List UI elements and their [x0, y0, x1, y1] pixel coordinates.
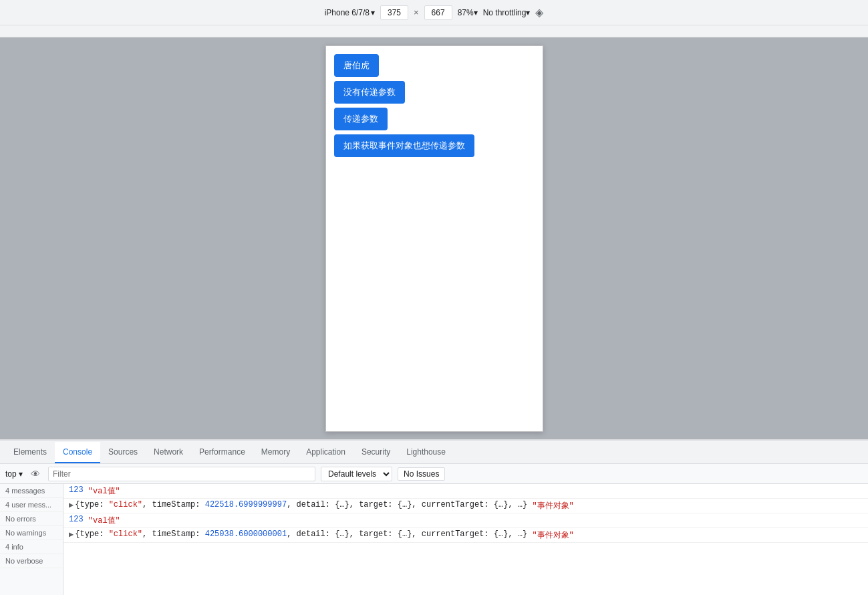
- tab-performance[interactable]: Performance: [191, 442, 253, 463]
- device-name-label: iPhone 6/7/8: [325, 8, 370, 17]
- tab-lighthouse[interactable]: Lighthouse: [398, 442, 454, 463]
- context-selector[interactable]: top ▾: [5, 469, 23, 479]
- stat-row: 4 info: [0, 540, 63, 554]
- console-output: 123 "val值"▶{type: "click", timeStamp: 42…: [63, 484, 868, 595]
- console-string: "val值": [88, 485, 120, 497]
- eye-button[interactable]: 👁: [28, 467, 43, 481]
- stat-row: 4 user mess...: [0, 498, 63, 512]
- phone-frame: 唐伯虎没有传递参数传递参数如果获取事件对象也想传递参数: [325, 45, 543, 432]
- throttle-selector[interactable]: No throttling▾: [483, 8, 531, 17]
- phone-content: 唐伯虎没有传递参数传递参数如果获取事件对象也想传递参数: [326, 46, 543, 165]
- devtools-panel: ElementsConsoleSourcesNetworkPerformance…: [0, 439, 868, 595]
- dimension-separator: ×: [414, 7, 419, 17]
- width-input[interactable]: [380, 5, 408, 20]
- ruler: [0, 25, 868, 37]
- devtools-tabs: ElementsConsoleSourcesNetworkPerformance…: [0, 441, 868, 464]
- device-dropdown-icon: ▾: [371, 8, 375, 17]
- console-number: 123: [69, 485, 84, 495]
- console-string: "val值": [88, 515, 120, 526]
- tab-console[interactable]: Console: [55, 442, 100, 463]
- tab-network[interactable]: Network: [146, 442, 191, 463]
- phone-button-btn1[interactable]: 唐伯虎: [334, 54, 379, 77]
- height-input[interactable]: [424, 5, 452, 20]
- zoom-selector[interactable]: 87%▾: [458, 8, 478, 17]
- expand-arrow[interactable]: ▶: [69, 500, 74, 510]
- console-row: ▶{type: "click", timeStamp: 422518.69999…: [63, 499, 868, 513]
- no-issues-button[interactable]: No Issues: [398, 467, 445, 481]
- console-row: 123 "val值": [63, 484, 868, 499]
- console-row: 123 "val值": [63, 513, 868, 528]
- console-stats-sidebar: 4 messages4 user mess...No errorsNo warn…: [0, 484, 63, 595]
- tab-sources[interactable]: Sources: [100, 442, 146, 463]
- tab-security[interactable]: Security: [353, 442, 398, 463]
- console-toolbar: top ▾ 👁 Default levels No Issues: [0, 464, 868, 484]
- stat-row: No warnings: [0, 526, 63, 540]
- console-number: 123: [69, 515, 84, 524]
- device-toolbar: iPhone 6/7/8 ▾ × 87%▾ No throttling▾ ◈: [0, 0, 868, 25]
- console-body: 4 messages4 user mess...No errorsNo warn…: [0, 484, 868, 595]
- rotate-button[interactable]: ◈: [535, 6, 543, 19]
- stat-row: No verbose: [0, 554, 63, 568]
- phone-button-btn4[interactable]: 如果获取事件对象也想传递参数: [334, 134, 474, 157]
- phone-button-btn3[interactable]: 传递参数: [334, 108, 388, 130]
- expand-arrow[interactable]: ▶: [69, 529, 74, 540]
- stat-row: 4 messages: [0, 484, 63, 498]
- tab-application[interactable]: Application: [298, 442, 353, 463]
- stat-row: No errors: [0, 512, 63, 526]
- device-selector[interactable]: iPhone 6/7/8 ▾: [325, 8, 375, 17]
- log-level-selector[interactable]: Default levels: [321, 467, 392, 481]
- tab-elements[interactable]: Elements: [5, 442, 55, 463]
- viewport-area: 唐伯虎没有传递参数传递参数如果获取事件对象也想传递参数: [0, 37, 868, 439]
- tab-memory[interactable]: Memory: [253, 442, 298, 463]
- console-row: ▶{type: "click", timeStamp: 425038.60000…: [63, 528, 868, 543]
- filter-input[interactable]: [48, 467, 315, 481]
- phone-button-btn2[interactable]: 没有传递参数: [334, 81, 405, 104]
